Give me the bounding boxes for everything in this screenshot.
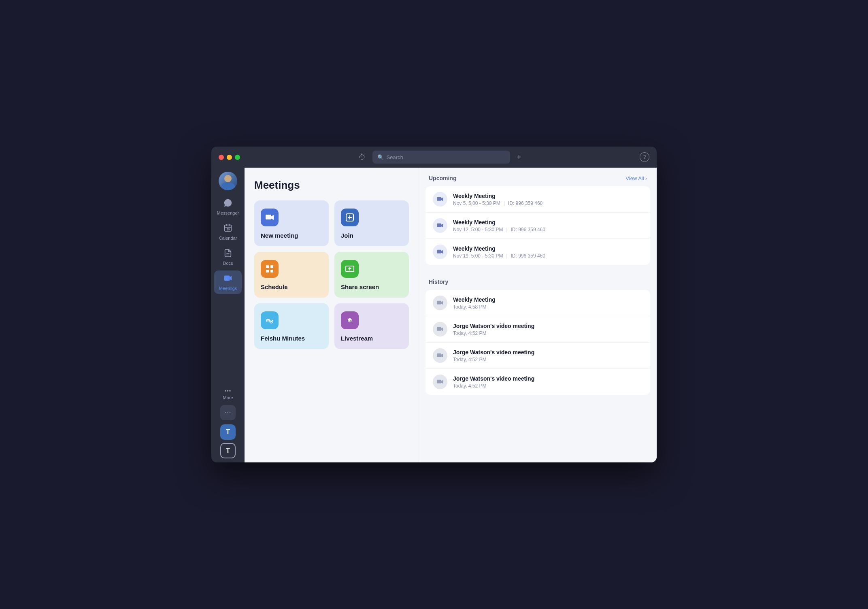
upcoming-meeting-item[interactable]: Weekly Meeting Nov 19, 5:00 - 5:30 PM | … — [425, 239, 650, 265]
avatar[interactable] — [219, 172, 237, 190]
feishu-minutes-tile[interactable]: Feishu Minutes — [254, 303, 329, 349]
right-panel: Upcoming View All › — [419, 168, 657, 462]
svg-rect-12 — [270, 270, 273, 273]
sidebar-item-meetings[interactable]: Meetings — [214, 270, 242, 294]
sidebar-dots-button[interactable]: ··· — [220, 405, 236, 420]
upcoming-title: Upcoming — [429, 175, 456, 181]
history-meeting-item[interactable]: Jorge Watson's video meeting Today, 4:52… — [425, 316, 650, 343]
meetings-icon — [223, 274, 232, 285]
share-screen-tile[interactable]: Share screen — [334, 252, 409, 298]
left-panel: Meetings New meeting — [245, 168, 419, 462]
avatar-image — [219, 172, 237, 190]
svg-rect-18 — [437, 250, 442, 253]
feishu-minutes-label: Feishu Minutes — [261, 335, 322, 342]
svg-text:LIVE: LIVE — [349, 319, 355, 322]
history-meeting-item[interactable]: Jorge Watson's video meeting Today, 4:52… — [425, 343, 650, 369]
meeting-time: Nov 12, 5:00 - 5:30 PM — [453, 227, 503, 232]
meeting-meta: Nov 12, 5:00 - 5:30 PM | ID: 996 359 460 — [453, 227, 643, 232]
title-bar: ⏱ 🔍 Search + ? — [211, 147, 657, 168]
view-all-button[interactable]: View All › — [625, 175, 647, 181]
app-window: ⏱ 🔍 Search + ? Messenger — [211, 147, 657, 462]
schedule-icon-wrap — [261, 260, 279, 278]
sidebar-item-more[interactable]: ••• More — [214, 385, 242, 403]
sidebar-t-blue-button[interactable]: T — [220, 424, 236, 440]
livestream-tile[interactable]: LIVE Livestream — [334, 303, 409, 349]
main-layout: Messenger 29 Calendar — [211, 168, 657, 462]
svg-rect-5 — [266, 215, 271, 219]
sidebar-more-label: More — [223, 395, 233, 400]
meeting-meta: Nov 19, 5:00 - 5:30 PM | ID: 996 359 460 — [453, 253, 643, 259]
join-icon-wrap — [341, 209, 359, 226]
meeting-meta: Today, 4:58 PM — [453, 304, 643, 310]
calendar-icon: 29 — [223, 224, 232, 234]
meeting-id: ID: 996 359 460 — [508, 200, 542, 206]
meeting-time: Today, 4:58 PM — [453, 304, 487, 310]
upcoming-section-header: Upcoming View All › — [419, 168, 657, 186]
meeting-time: Today, 4:52 PM — [453, 383, 487, 389]
meeting-time: Today, 4:52 PM — [453, 330, 487, 336]
minimize-button[interactable] — [227, 155, 232, 160]
meeting-meta: Today, 4:52 PM — [453, 383, 643, 389]
meeting-info: Jorge Watson's video meeting Today, 4:52… — [453, 349, 643, 362]
meeting-avatar — [433, 322, 447, 336]
meeting-id: ID: 996 359 460 — [511, 227, 545, 232]
svg-rect-21 — [437, 353, 442, 357]
schedule-tile[interactable]: Schedule — [254, 252, 329, 298]
history-meeting-item[interactable]: Jorge Watson's video meeting Today, 4:52… — [425, 369, 650, 395]
t-blue-label: T — [226, 428, 230, 436]
search-placeholder: Search — [387, 154, 403, 160]
upcoming-meetings-list: Weekly Meeting Nov 5, 5:00 - 5:30 PM | I… — [425, 186, 650, 265]
add-button[interactable]: + — [517, 153, 521, 162]
meeting-info: Jorge Watson's video meeting Today, 4:52… — [453, 375, 643, 389]
upcoming-meeting-item[interactable]: Weekly Meeting Nov 5, 5:00 - 5:30 PM | I… — [425, 186, 650, 213]
svg-rect-10 — [270, 265, 273, 268]
traffic-lights — [219, 155, 240, 160]
meeting-name: Weekly Meeting — [453, 193, 643, 199]
t-outlined-label: T — [226, 447, 230, 455]
meeting-avatar — [433, 218, 447, 233]
meeting-time: Nov 19, 5:00 - 5:30 PM — [453, 253, 503, 259]
svg-rect-9 — [266, 265, 269, 268]
livestream-icon-wrap: LIVE — [341, 311, 359, 329]
meta-separator: | — [504, 200, 505, 206]
sidebar-item-docs[interactable]: Docs — [214, 245, 242, 269]
meeting-avatar — [433, 375, 447, 389]
close-button[interactable] — [219, 155, 224, 160]
more-icon: ••• — [225, 388, 232, 394]
new-meeting-icon-wrap — [261, 209, 279, 226]
svg-rect-4 — [224, 276, 230, 281]
search-bar[interactable]: 🔍 Search — [372, 151, 510, 164]
meeting-meta: Today, 4:52 PM — [453, 330, 643, 336]
svg-rect-20 — [437, 327, 442, 331]
meeting-name: Weekly Meeting — [453, 245, 643, 252]
history-button[interactable]: ⏱ — [359, 153, 366, 162]
meeting-info: Weekly Meeting Nov 19, 5:00 - 5:30 PM | … — [453, 245, 643, 259]
join-tile[interactable]: Join — [334, 200, 409, 246]
sidebar-docs-label: Docs — [223, 261, 233, 266]
upcoming-meeting-item[interactable]: Weekly Meeting Nov 12, 5:00 - 5:30 PM | … — [425, 213, 650, 239]
meta-separator: | — [506, 253, 507, 259]
svg-rect-19 — [437, 301, 442, 304]
help-button[interactable]: ? — [640, 152, 649, 162]
history-meeting-item[interactable]: Weekly Meeting Today, 4:58 PM — [425, 290, 650, 316]
meeting-meta: Today, 4:52 PM — [453, 357, 643, 362]
meeting-meta: Nov 5, 5:00 - 5:30 PM | ID: 996 359 460 — [453, 200, 643, 206]
new-meeting-tile[interactable]: New meeting — [254, 200, 329, 246]
new-meeting-label: New meeting — [261, 232, 322, 239]
sidebar-item-calendar[interactable]: 29 Calendar — [214, 220, 242, 244]
livestream-label: Livestream — [341, 335, 402, 342]
search-icon: 🔍 — [377, 154, 384, 160]
meeting-name: Jorge Watson's video meeting — [453, 375, 643, 382]
sidebar-t-outlined-button[interactable]: T — [220, 443, 236, 458]
maximize-button[interactable] — [235, 155, 240, 160]
meeting-info: Jorge Watson's video meeting Today, 4:52… — [453, 323, 643, 336]
sidebar-item-messenger[interactable]: Messenger — [214, 195, 242, 219]
share-screen-icon-wrap — [341, 260, 359, 278]
meta-separator: | — [506, 227, 507, 232]
view-all-label: View All — [625, 175, 644, 181]
meeting-id: ID: 996 359 460 — [511, 253, 545, 259]
docs-icon — [223, 249, 232, 260]
meeting-avatar — [433, 348, 447, 363]
meeting-info: Weekly Meeting Nov 12, 5:00 - 5:30 PM | … — [453, 219, 643, 232]
chevron-right-icon: › — [645, 175, 647, 181]
